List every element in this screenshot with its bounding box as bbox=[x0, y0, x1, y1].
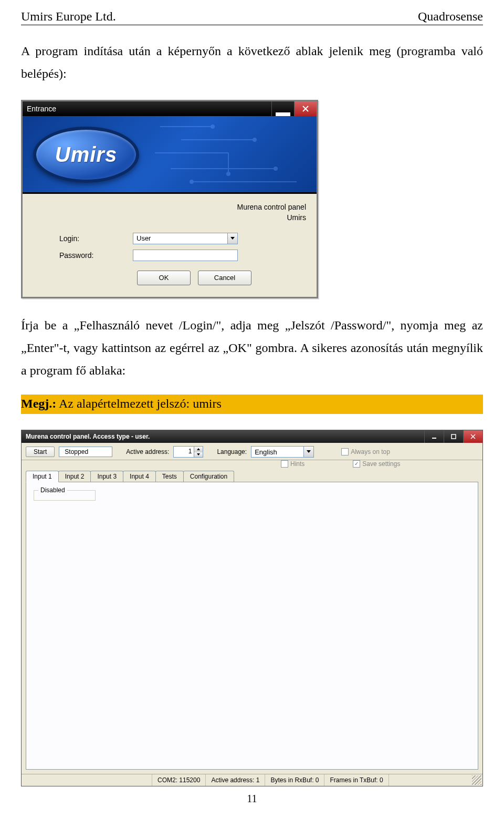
ok-button[interactable]: OK bbox=[137, 271, 191, 285]
app-title-line2: Umirs bbox=[33, 213, 306, 223]
main-maximize-button[interactable] bbox=[444, 430, 463, 443]
disabled-label: Disabled bbox=[38, 486, 67, 494]
main-close-button[interactable] bbox=[463, 430, 482, 443]
spinner-up-icon[interactable] bbox=[194, 447, 203, 452]
toolbar: Start Stopped Active address: 1 Language… bbox=[22, 443, 482, 460]
tab-input-1[interactable]: Input 1 bbox=[26, 471, 59, 482]
login-combobox[interactable]: User bbox=[133, 233, 238, 244]
run-status: Stopped bbox=[59, 447, 112, 457]
svg-rect-13 bbox=[432, 438, 436, 439]
svg-point-4 bbox=[253, 138, 257, 142]
disabled-group: Disabled bbox=[34, 486, 96, 501]
spinner-down-icon[interactable] bbox=[194, 452, 203, 458]
note-text: Az alapértelmezett jelszó: umirs bbox=[56, 397, 222, 410]
language-value: English bbox=[255, 448, 277, 456]
svg-point-2 bbox=[211, 125, 215, 129]
page-number: 11 bbox=[21, 793, 483, 805]
main-titlebar[interactable]: Murena control panel. Access type - user… bbox=[22, 430, 482, 443]
login-label: Login: bbox=[33, 234, 133, 243]
active-address-label: Active address: bbox=[126, 448, 169, 455]
login-value: User bbox=[136, 234, 151, 242]
combobox-dropdown-icon[interactable] bbox=[227, 233, 237, 244]
cancel-button[interactable]: Cancel bbox=[198, 271, 251, 285]
save-settings-checkbox[interactable]: Save settings bbox=[353, 460, 400, 468]
svg-marker-15 bbox=[197, 448, 200, 450]
circuit-decoration bbox=[140, 116, 317, 192]
language-label: Language: bbox=[217, 448, 247, 455]
main-window: Murena control panel. Access type - user… bbox=[21, 430, 483, 786]
svg-marker-17 bbox=[307, 450, 311, 453]
svg-point-7 bbox=[226, 172, 230, 176]
note-highlight: Megj.: Az alapértelmezett jelszó: umirs bbox=[21, 395, 483, 414]
close-button[interactable] bbox=[294, 101, 317, 116]
minimize-button[interactable] bbox=[271, 101, 294, 116]
always-on-top-checkbox[interactable]: Always on top bbox=[341, 448, 390, 455]
logo-text: Umirs bbox=[55, 143, 117, 167]
language-dropdown-icon[interactable] bbox=[303, 447, 313, 457]
svg-point-9 bbox=[274, 167, 278, 171]
svg-rect-0 bbox=[276, 112, 290, 116]
start-button[interactable]: Start bbox=[26, 447, 55, 457]
app-titles: Murena control panel Umirs bbox=[33, 202, 306, 223]
entrance-window: Entrance Umirs bbox=[21, 100, 318, 298]
active-address-spinner[interactable]: 1 bbox=[173, 446, 203, 458]
intro-paragraph: A program indítása után a képernyőn a kö… bbox=[21, 40, 483, 85]
status-address: Active address: 1 bbox=[206, 774, 265, 786]
instructions-paragraph: Írja be a „Felhasználó nevet /Login/", a… bbox=[21, 314, 483, 382]
statusbar: COM2: 115200 Active address: 1 Bytes in … bbox=[22, 774, 482, 786]
entrance-titlebar[interactable]: Entrance bbox=[23, 101, 317, 116]
password-field[interactable] bbox=[133, 250, 238, 261]
status-txbuf: Frames in TxBuf: 0 bbox=[324, 774, 388, 786]
entrance-banner: Umirs bbox=[23, 116, 317, 194]
note-bold: Megj.: bbox=[21, 397, 56, 410]
umirs-logo: Umirs bbox=[33, 127, 139, 183]
svg-marker-12 bbox=[230, 237, 235, 240]
tab-input-3[interactable]: Input 3 bbox=[90, 471, 123, 482]
resize-grip-icon[interactable] bbox=[472, 775, 481, 785]
hints-checkbox[interactable]: Hints bbox=[281, 460, 304, 468]
status-rxbuf: Bytes in RxBuf: 0 bbox=[265, 774, 324, 786]
tab-strip: Input 1 Input 2 Input 3 Input 4 Tests Co… bbox=[22, 470, 482, 482]
tab-tests[interactable]: Tests bbox=[155, 471, 184, 482]
password-label: Password: bbox=[33, 251, 133, 260]
tab-input-4[interactable]: Input 4 bbox=[123, 471, 156, 482]
app-title-line1: Murena control panel bbox=[33, 202, 306, 213]
active-address-value: 1 bbox=[174, 447, 194, 457]
tab-input-2[interactable]: Input 2 bbox=[58, 471, 91, 482]
svg-marker-16 bbox=[197, 453, 200, 455]
svg-rect-14 bbox=[452, 434, 456, 439]
header-right: Quadrosense bbox=[418, 9, 483, 24]
main-window-title: Murena control panel. Access type - user… bbox=[26, 433, 150, 440]
entrance-window-title: Entrance bbox=[27, 105, 56, 113]
language-combobox[interactable]: English bbox=[251, 446, 314, 458]
main-minimize-button[interactable] bbox=[424, 430, 444, 443]
page-header: Umirs Europe Ltd. Quadrosense bbox=[21, 9, 483, 25]
header-left: Umirs Europe Ltd. bbox=[21, 9, 116, 24]
svg-point-11 bbox=[190, 180, 194, 184]
tab-configuration[interactable]: Configuration bbox=[183, 471, 234, 482]
status-com: COM2: 115200 bbox=[152, 774, 206, 786]
tab-content: Disabled bbox=[26, 482, 478, 770]
